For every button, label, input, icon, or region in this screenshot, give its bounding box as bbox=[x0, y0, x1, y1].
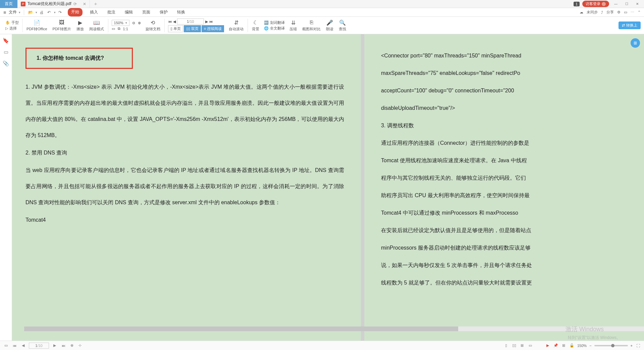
menu-tab-edit[interactable]: 编辑 bbox=[123, 8, 135, 16]
login-button[interactable]: 访客登录 bbox=[582, 1, 609, 7]
lock-icon[interactable]: 🔓 bbox=[569, 343, 575, 348]
page-last-icon[interactable]: ⏭ bbox=[209, 19, 213, 24]
horizontal-scrollbar[interactable] bbox=[24, 326, 644, 331]
screenshot-btn[interactable]: ⎘截图和对比 bbox=[300, 19, 323, 32]
file-tab[interactable]: P Tomcat优化相关问题.pdf ⟳ ✕ bbox=[17, 0, 90, 8]
thumbnails-icon[interactable]: ▭ bbox=[4, 49, 8, 55]
menu-tab-start[interactable]: 开始 bbox=[68, 8, 83, 16]
hand-tool[interactable]: ✋手型 bbox=[5, 20, 19, 25]
collapse-icon[interactable]: ⌃ bbox=[638, 10, 641, 14]
share-label[interactable]: 分享 bbox=[606, 10, 614, 15]
zoom-in-icon[interactable]: ⊕ bbox=[138, 21, 141, 25]
view-mode-1-icon[interactable]: ▯ bbox=[503, 343, 509, 348]
translate-icon: 🔤 bbox=[264, 20, 269, 25]
compress-btn[interactable]: ⇊压缩 bbox=[287, 19, 300, 32]
print-icon[interactable]: 🖨 bbox=[39, 9, 45, 15]
gear-icon[interactable]: ⚙ bbox=[617, 10, 621, 14]
zoom-out-btn[interactable]: − bbox=[589, 344, 591, 348]
play-button[interactable]: ▶播放 bbox=[74, 19, 87, 32]
doc-paragraph: 线程数为 5 就足够了。但在你的站点访问量较大时就需要设置更 bbox=[381, 275, 644, 291]
view-mode-2-icon[interactable]: ▯▯ bbox=[512, 343, 517, 348]
auto-scroll[interactable]: ⇵自动滚动 bbox=[226, 19, 246, 32]
menu-tab-insert[interactable]: 插入 bbox=[88, 8, 100, 16]
convert-button[interactable]: ⇄转换上 bbox=[619, 21, 641, 29]
maximize-button[interactable]: ☐ bbox=[623, 1, 631, 7]
share-icon[interactable]: ⤴ bbox=[601, 10, 603, 14]
minimize-button[interactable]: — bbox=[612, 1, 620, 7]
pin-icon[interactable]: 📌 bbox=[553, 343, 558, 348]
zoom-select[interactable]: 150%▾ bbox=[112, 20, 129, 26]
cursor-pos-icon[interactable]: ⊹ bbox=[77, 343, 83, 348]
hamburger-icon[interactable]: ≡ bbox=[3, 10, 6, 15]
cloud-icon[interactable]: ☁ bbox=[580, 10, 583, 14]
more-icon[interactable]: ⋯ bbox=[631, 10, 634, 14]
actual-size-icon[interactable]: 1:1 bbox=[123, 27, 128, 31]
zoom-handle[interactable] bbox=[611, 344, 614, 347]
word-translate[interactable]: 🔤划词翻译 bbox=[264, 20, 285, 25]
menu-tab-convert[interactable]: 转换 bbox=[175, 8, 187, 16]
fit-page-icon[interactable]: ⧉ bbox=[118, 27, 120, 31]
view-mode-4-icon[interactable]: ▭ bbox=[528, 343, 533, 348]
rotate-icon: ⟲ bbox=[151, 19, 155, 26]
bookmark-icon[interactable]: 🔖 bbox=[3, 38, 9, 44]
sync-status[interactable]: 未同步 bbox=[587, 10, 598, 15]
last-page-btn[interactable]: ⏭ bbox=[60, 344, 66, 348]
grid-icon[interactable]: ⊞ bbox=[561, 343, 567, 348]
page-number-input[interactable]: 1/10 bbox=[177, 18, 204, 25]
next-page-btn[interactable]: ▶ bbox=[52, 343, 58, 348]
doc-paragraph: 在安装后就已经设定为默认值并且是足够使用的，但是随着站点 bbox=[381, 222, 644, 238]
undo-icon[interactable]: ↶ bbox=[46, 9, 52, 15]
zoom-value: 150% bbox=[577, 344, 587, 348]
menu-tab-annotate[interactable]: 批注 bbox=[105, 8, 117, 16]
window-icon[interactable]: ▭ bbox=[624, 10, 627, 14]
mic-icon: 🎤 bbox=[326, 19, 333, 26]
prev-page-btn[interactable]: ◀ bbox=[20, 343, 26, 348]
single-page-btn[interactable]: ▯ 单页 bbox=[168, 25, 183, 32]
zoom-out-icon[interactable]: ⊖ bbox=[132, 21, 135, 25]
select-tool[interactable]: ▷选择 bbox=[5, 26, 19, 31]
status-page-input[interactable]: 1/10 bbox=[29, 343, 49, 349]
double-page-btn[interactable]: ▯▯ 双页 bbox=[184, 25, 201, 32]
scrollbar-thumb[interactable] bbox=[24, 326, 458, 331]
rotate-doc[interactable]: ⟲旋转文档 bbox=[143, 19, 163, 32]
fit-width-icon[interactable]: ▭ bbox=[112, 27, 115, 31]
read-mode[interactable]: 📖阅读模式 bbox=[87, 19, 107, 32]
page-first-icon[interactable]: ⏮ bbox=[168, 19, 172, 24]
background-btn[interactable]: ☾背景 bbox=[249, 19, 262, 32]
redo-icon[interactable]: ↷ bbox=[57, 9, 63, 15]
close-window-button[interactable]: ✕ bbox=[633, 1, 641, 7]
menu-tab-page[interactable]: 页面 bbox=[140, 8, 152, 16]
add-tab-button[interactable]: ＋ bbox=[90, 1, 101, 7]
menu-tab-protect[interactable]: 保护 bbox=[158, 8, 170, 16]
continuous-btn[interactable]: ≡ 连续阅读 bbox=[202, 25, 224, 32]
view-mode-3-icon[interactable]: ⊞ bbox=[520, 343, 525, 348]
home-tab[interactable]: 首页 bbox=[0, 0, 17, 8]
close-tab-icon[interactable]: ✕ bbox=[83, 2, 86, 6]
read-aloud-btn[interactable]: 🎤朗读 bbox=[323, 19, 336, 32]
zoom-in-btn[interactable]: + bbox=[631, 344, 633, 348]
record-icon[interactable]: ▶ bbox=[545, 343, 550, 348]
notification-badge[interactable]: 1 bbox=[574, 2, 580, 6]
doc-paragraph: Tomcat 使用线程池加速响应速度来处理请求。在 Java 中线程 bbox=[381, 152, 644, 169]
sidebar-toggle-icon[interactable]: ▭ bbox=[3, 343, 9, 348]
scroll-icon: ⇵ bbox=[234, 19, 238, 26]
document-area[interactable]: 1. 你怎样给 tomcat 去调优? 1. JVM 参数调优：-Xms<siz… bbox=[12, 34, 644, 341]
refresh-icon[interactable]: ⟳ bbox=[73, 2, 77, 6]
floating-action-button[interactable]: ⊞ bbox=[631, 38, 640, 48]
full-translate[interactable]: 🌐全文翻译 bbox=[264, 26, 285, 31]
pdf-to-office[interactable]: 📄PDF转Office bbox=[24, 19, 50, 32]
find-btn[interactable]: 🔍查找 bbox=[336, 19, 349, 32]
page-next-icon[interactable]: ▶ bbox=[205, 19, 208, 24]
pdf-to-image[interactable]: 🖼PDF转图片 bbox=[50, 19, 74, 32]
page-prev-icon[interactable]: ◀ bbox=[173, 19, 176, 24]
attachment-icon[interactable]: 📎 bbox=[3, 60, 9, 67]
zoom-slider[interactable] bbox=[594, 345, 628, 346]
file-menu[interactable]: 文件 bbox=[9, 9, 17, 15]
pdf-icon: P bbox=[21, 2, 25, 6]
doc-paragraph: 当 web 应用程序向要记录客户端的信息时，它也会记录客户端的 IP 地址或者通… bbox=[25, 162, 344, 211]
open-icon[interactable]: 📂 bbox=[28, 9, 34, 15]
word-icon: 📄 bbox=[34, 19, 40, 26]
first-page-btn[interactable]: ⏮ bbox=[11, 344, 17, 348]
fit-icon[interactable]: ⊕ bbox=[69, 343, 74, 348]
fullscreen-icon[interactable]: ⛶ bbox=[635, 343, 641, 348]
